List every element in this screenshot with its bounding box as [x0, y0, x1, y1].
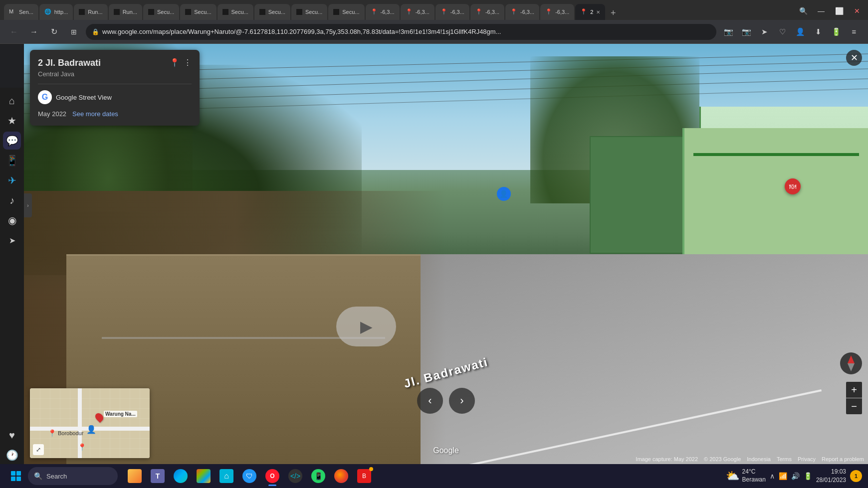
sidebar-item-whatsapp[interactable]: 📱 [3, 152, 21, 169]
sidebar-item-favorites[interactable]: ★ [3, 112, 21, 130]
tab-maps-active-label: 2 [590, 9, 593, 15]
taskbar-teams-app[interactable]: T [147, 465, 169, 487]
weather-widget[interactable]: ⛅ 24°C Berawan [726, 468, 766, 484]
minimize-button[interactable]: — [814, 4, 828, 18]
sidebar-item-browse[interactable]: ◉ [3, 211, 21, 229]
tab-close-icon[interactable]: ✕ [596, 9, 600, 15]
tab-sec6[interactable]: Secu... [328, 4, 364, 20]
sidebar-item-home[interactable]: ⌂ [3, 92, 21, 110]
tab-maps3[interactable]: 📍 -6,3... [435, 4, 469, 20]
arrow-button[interactable]: ➤ [756, 24, 772, 40]
taskbar-devtools-app[interactable]: </> [284, 465, 306, 487]
more-options-button[interactable]: ⋮ [184, 58, 192, 67]
sidebar-item-clock[interactable]: 🕐 [3, 446, 21, 464]
sv-prev-button[interactable]: ‹ [417, 388, 443, 414]
taskbar-firefox-app[interactable] [330, 465, 352, 487]
taskbar-store-app[interactable] [193, 465, 215, 487]
restaurant-marker[interactable]: 🍽 [785, 178, 801, 194]
tab-sec1-label: Secu... [157, 9, 174, 15]
tray-up-icon[interactable]: ∧ [770, 472, 775, 480]
notification-badge[interactable]: 1 [850, 470, 862, 482]
network-icon[interactable]: 📶 [779, 472, 787, 480]
tab-run2[interactable]: Run... [109, 4, 142, 20]
reload-button[interactable]: ↻ [46, 24, 62, 40]
tab-grid-button[interactable]: ⊞ [66, 24, 82, 40]
tab-maps1-label: -6,3... [381, 9, 395, 15]
battery-icon[interactable]: 🔋 [804, 472, 812, 480]
nav-actions: 📷 📷 ➤ ♡ 👤 ⬇ 🔋 ≡ [720, 24, 862, 40]
taskbar-files-app[interactable] [124, 465, 146, 487]
start-button[interactable] [6, 466, 26, 486]
tab-gmail[interactable]: M Sen... [4, 4, 38, 20]
borobodur-label: 📍 Borobodur [48, 429, 83, 437]
tab-maps4[interactable]: 📍 -6,3... [470, 4, 504, 20]
pegman-marker[interactable]: 👤 [497, 187, 511, 201]
taskbar-opera-app[interactable]: O [261, 465, 283, 487]
taskbar-whatsapp-app[interactable]: 📱 [307, 465, 329, 487]
tab-maps1[interactable]: 📍 -6,3... [366, 4, 400, 20]
clock-widget[interactable]: 19:03 28/01/2023 [816, 468, 846, 485]
mini-map[interactable]: 📍 Borobodur Warung Na... 👤 ⤢ 📍 [30, 388, 150, 458]
download-button[interactable]: ⬇ [810, 24, 826, 40]
menu-button[interactable]: ≡ [846, 24, 862, 40]
zoom-in-button[interactable]: + [846, 382, 862, 398]
heart-button[interactable]: ♡ [774, 24, 790, 40]
firefox-icon [334, 469, 348, 483]
taskbar-home-app[interactable]: ⌂ [216, 465, 237, 487]
sidebar-item-messenger[interactable]: 💬 [3, 132, 21, 150]
pin-icon-button[interactable]: 📍 [170, 58, 180, 67]
lock-icon: 🔒 [92, 28, 99, 35]
tab-sec1[interactable]: Secu... [143, 4, 179, 20]
street-view-container[interactable]: Jl. Badrawati ‹ › Google Image capture: … [24, 44, 868, 464]
taskbar-bitdefender-app[interactable]: B [353, 465, 375, 487]
compass-control[interactable] [840, 352, 862, 374]
sidebar-collapse-button[interactable]: › [24, 193, 32, 217]
profile-button[interactable]: 👤 [792, 24, 808, 40]
tab-maps6[interactable]: 📍 -6,3... [540, 4, 574, 20]
copyright-text: © 2023 Google [704, 456, 741, 462]
tab-maps2[interactable]: 📍 -6,3... [401, 4, 434, 20]
volume-icon[interactable]: 🔊 [791, 472, 800, 480]
tab-maps5[interactable]: 📍 -6,3... [505, 4, 539, 20]
maps3-favicon: 📍 [440, 8, 447, 15]
tab-sec3[interactable]: Secu... [217, 4, 253, 20]
taskbar-search-bar[interactable]: 🔍 Search [28, 467, 118, 485]
sidebar-item-heart[interactable]: ♥ [3, 426, 21, 444]
tab-sec4[interactable]: Secu... [254, 4, 290, 20]
street-view-forward-arrow[interactable] [336, 307, 396, 346]
address-bar[interactable]: 🔒 www.google.com/maps/place/Warung+Narut… [86, 24, 716, 40]
tab-maps4-label: -6,3... [485, 9, 499, 15]
sidebar-item-arrow[interactable]: ➤ [3, 231, 21, 249]
maximize-button[interactable]: ⬜ [832, 4, 846, 18]
close-button[interactable]: ✕ [850, 4, 864, 18]
sv-next-button[interactable]: › [449, 388, 475, 414]
screenshot-button[interactable]: 📷 [720, 24, 736, 40]
weather-desc: Berawan [742, 476, 766, 484]
tab-sec5[interactable]: Secu... [291, 4, 327, 20]
search-tabs-button[interactable]: 🔍 [796, 4, 810, 18]
terms-link[interactable]: Terms [777, 456, 792, 462]
browser-window: M Sen... 🌐 http... Run... Run... Secu...… [0, 0, 868, 488]
street-view-close-button[interactable]: ✕ [846, 50, 862, 66]
privacy-link[interactable]: Privacy [798, 456, 816, 462]
back-button[interactable]: ← [6, 24, 22, 40]
camera-button[interactable]: 📷 [738, 24, 754, 40]
tab-maps-active[interactable]: 📍 2 ✕ [575, 4, 605, 20]
sidebar-item-telegram[interactable]: ✈ [3, 171, 21, 189]
sidebar-item-tiktok[interactable]: ♪ [3, 191, 21, 209]
zoom-out-button[interactable]: − [846, 398, 862, 414]
report-link[interactable]: Report a problem [822, 456, 864, 462]
tab-sec2[interactable]: Secu... [180, 4, 216, 20]
forward-button[interactable]: → [26, 24, 42, 40]
see-more-dates-link[interactable]: See more dates [72, 110, 118, 118]
battery-button[interactable]: 🔋 [828, 24, 844, 40]
tab-http[interactable]: 🌐 http... [39, 4, 73, 20]
google-sv-logo: G [38, 90, 52, 104]
taskbar-security-app[interactable]: 🛡 [238, 465, 260, 487]
expand-map-button[interactable]: ⤢ [33, 444, 44, 455]
taskbar-edge-app[interactable] [170, 465, 192, 487]
taskbar: 🔍 Search T ⌂ 🛡 O [0, 464, 868, 488]
new-tab-button[interactable]: + [606, 6, 620, 20]
tab-run1[interactable]: Run... [74, 4, 107, 20]
country-link[interactable]: Indonesia [747, 456, 771, 462]
